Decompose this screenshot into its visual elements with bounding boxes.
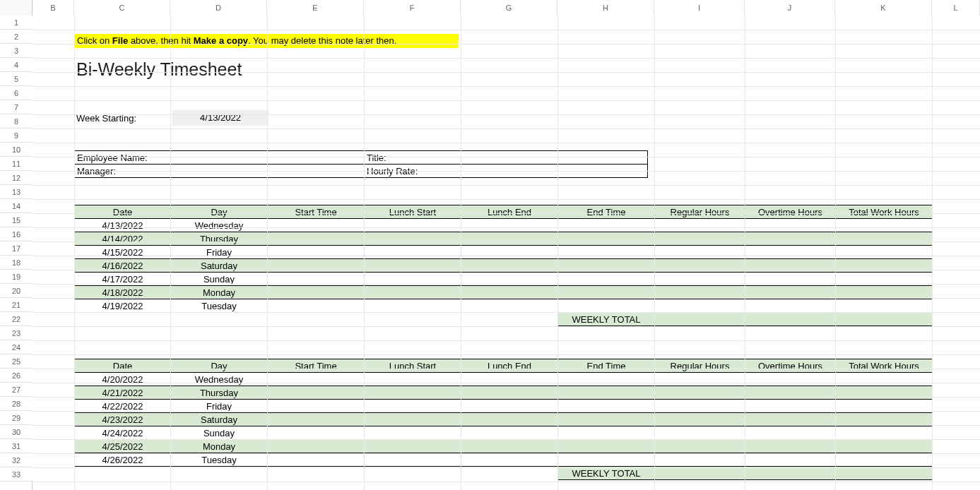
table-cell[interactable]	[461, 440, 558, 453]
table-cell[interactable]	[365, 246, 461, 259]
col-header-K[interactable]: K	[835, 0, 932, 16]
row-header-26[interactable]: 26	[0, 369, 33, 383]
table-cell[interactable]: Monday	[171, 286, 268, 299]
table-cell[interactable]	[836, 426, 933, 440]
table-cell[interactable]: Tuesday	[171, 299, 268, 313]
row-header-19[interactable]: 19	[0, 270, 33, 284]
weekly-total-cell[interactable]	[836, 467, 933, 480]
week-starting-value[interactable]: 4/13/2022	[172, 110, 268, 126]
table-cell[interactable]: 4/15/2022	[75, 246, 171, 259]
table-cell[interactable]	[745, 413, 836, 426]
row-header-1[interactable]: 1	[0, 16, 33, 30]
row-header-3[interactable]: 3	[0, 44, 33, 58]
table-cell[interactable]	[655, 232, 745, 246]
col-header-B[interactable]: B	[33, 0, 74, 16]
row-header-13[interactable]: 13	[0, 185, 33, 199]
table-cell[interactable]	[836, 246, 933, 259]
table-cell[interactable]	[461, 413, 558, 426]
table-cell[interactable]	[268, 373, 365, 386]
col-header-F[interactable]: F	[364, 0, 461, 16]
weekly-total-cell[interactable]	[655, 313, 745, 326]
table-cell[interactable]	[745, 219, 836, 232]
row-header-12[interactable]: 12	[0, 171, 33, 185]
table-cell[interactable]	[365, 440, 461, 453]
table-cell[interactable]: Wednesday	[171, 373, 268, 386]
row-header-16[interactable]: 16	[0, 227, 33, 241]
table-cell[interactable]	[745, 453, 836, 467]
table-cell[interactable]	[745, 246, 836, 259]
timesheet-week1[interactable]: DateDayStart TimeLunch StartLunch EndEnd…	[74, 205, 933, 326]
table-cell[interactable]	[836, 232, 933, 246]
row-header-32[interactable]: 32	[0, 453, 33, 467]
row-header-22[interactable]: 22	[0, 312, 33, 326]
row-header-14[interactable]: 14	[0, 199, 33, 213]
grid-area[interactable]: Click on File above, then hit Make a cop…	[33, 16, 980, 490]
weekly-total-cell[interactable]	[655, 467, 745, 480]
col-header-J[interactable]: J	[745, 0, 835, 16]
table-cell[interactable]	[268, 299, 365, 313]
table-cell[interactable]	[745, 440, 836, 453]
table-cell[interactable]	[365, 299, 461, 313]
table-cell[interactable]: 4/18/2022	[75, 286, 171, 299]
row-header-8[interactable]: 8	[0, 114, 33, 129]
table-cell[interactable]	[558, 286, 655, 299]
table-cell[interactable]	[836, 299, 933, 313]
table-cell[interactable]	[655, 246, 745, 259]
table-cell[interactable]: 4/25/2022	[75, 440, 171, 453]
spreadsheet-viewport[interactable]: BCDEFGHIJKL 1234567891011121314151617181…	[0, 0, 980, 490]
table-cell[interactable]	[558, 413, 655, 426]
table-cell[interactable]	[836, 219, 933, 232]
col-header-I[interactable]: I	[654, 0, 745, 16]
row-header-31[interactable]: 31	[0, 439, 33, 453]
row-header-21[interactable]: 21	[0, 298, 33, 312]
table-cell[interactable]: Friday	[171, 246, 268, 259]
table-cell[interactable]	[836, 286, 933, 299]
row-header-24[interactable]: 24	[0, 340, 33, 354]
row-header-20[interactable]: 20	[0, 284, 33, 298]
table-cell[interactable]	[268, 413, 365, 426]
table-cell[interactable]	[558, 299, 655, 313]
row-header-9[interactable]: 9	[0, 129, 33, 143]
table-cell[interactable]	[558, 373, 655, 386]
row-header-28[interactable]: 28	[0, 397, 33, 411]
table-cell[interactable]: Sunday	[171, 426, 268, 440]
table-cell[interactable]: 4/20/2022	[75, 373, 171, 386]
table-cell[interactable]: Monday	[171, 440, 268, 453]
table-cell[interactable]: Tuesday	[171, 453, 268, 467]
table-cell[interactable]	[655, 426, 745, 440]
select-all-corner[interactable]	[0, 0, 33, 16]
table-cell[interactable]	[365, 219, 461, 232]
table-cell[interactable]	[268, 232, 365, 246]
table-cell[interactable]	[558, 440, 655, 453]
table-cell[interactable]	[268, 426, 365, 440]
row-header-29[interactable]: 29	[0, 411, 33, 425]
weekly-total-cell[interactable]	[745, 313, 836, 326]
table-cell[interactable]	[461, 299, 558, 313]
table-cell[interactable]	[461, 426, 558, 440]
table-cell[interactable]	[365, 453, 461, 467]
table-cell[interactable]	[745, 286, 836, 299]
table-cell[interactable]: Thursday	[171, 232, 268, 246]
table-cell[interactable]	[655, 413, 745, 426]
table-cell[interactable]	[655, 453, 745, 467]
table-cell[interactable]: 4/14/2022	[75, 232, 171, 246]
table-cell[interactable]	[655, 440, 745, 453]
table-cell[interactable]: 4/19/2022	[75, 299, 171, 313]
col-header-H[interactable]: H	[557, 0, 654, 16]
row-header-25[interactable]: 25	[0, 354, 33, 369]
row-header-27[interactable]: 27	[0, 383, 33, 397]
table-cell[interactable]	[365, 426, 461, 440]
row-header-15[interactable]: 15	[0, 213, 33, 227]
table-cell[interactable]	[461, 219, 558, 232]
table-cell[interactable]: 4/13/2022	[75, 219, 171, 232]
col-header-C[interactable]: C	[74, 0, 170, 16]
table-cell[interactable]	[365, 232, 461, 246]
table-cell[interactable]	[836, 440, 933, 453]
table-cell[interactable]	[745, 232, 836, 246]
table-cell[interactable]	[461, 246, 558, 259]
table-cell[interactable]	[655, 373, 745, 386]
weekly-total-cell[interactable]	[745, 467, 836, 480]
table-cell[interactable]	[655, 219, 745, 232]
table-cell[interactable]	[268, 286, 365, 299]
table-cell[interactable]	[655, 286, 745, 299]
